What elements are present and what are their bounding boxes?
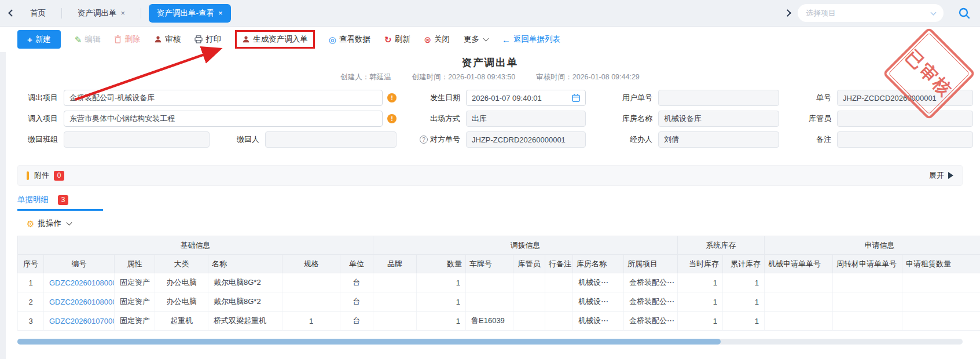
batch-ops-label: 批操作 xyxy=(38,218,61,229)
table-cell: 1 xyxy=(417,273,466,292)
search-icon[interactable] xyxy=(958,7,971,20)
generate-asset-in-button[interactable]: 生成资产调入单 xyxy=(235,30,315,49)
table-column-header: 所属项目 xyxy=(624,255,678,273)
audit-button[interactable]: 审核 xyxy=(154,34,181,45)
close-label: 关闭 xyxy=(434,34,450,45)
table-column-header: 机械申请单单号 xyxy=(765,255,833,273)
document-header: 资产调出单 创建人：韩延温 创建时间：2026-01-08 09:43:50 审… xyxy=(0,56,980,82)
table-cell xyxy=(373,292,417,312)
printer-icon xyxy=(194,35,203,43)
attachments-label: 附件 xyxy=(34,170,49,181)
warehouse-keeper-field[interactable] xyxy=(837,111,973,127)
detail-count-badge: 3 xyxy=(58,195,68,205)
close-circle-icon: ⊗ xyxy=(424,35,432,44)
info-icon: ! xyxy=(387,114,397,123)
back-to-list-button[interactable]: ← 返回单据列表 xyxy=(502,34,560,45)
table-cell: 1 xyxy=(417,292,466,312)
person-icon xyxy=(242,35,250,43)
new-button[interactable]: + 新建 xyxy=(17,30,61,49)
audit-label: 审核 xyxy=(165,34,181,45)
horizontal-scrollbar[interactable] xyxy=(17,339,963,345)
table-cell: 1 xyxy=(678,273,723,292)
table-cell xyxy=(466,292,513,312)
edit-label: 编辑 xyxy=(85,34,100,45)
back-chevron-icon[interactable] xyxy=(8,9,16,17)
table-cell xyxy=(765,273,833,292)
delete-button[interactable]: 删除 xyxy=(114,34,140,45)
batch-ops-button[interactable]: ⚙ 批操作 xyxy=(27,218,980,229)
expand-label: 展开 xyxy=(929,170,944,181)
table-row: 3GDZC202601070002固定资产起重机桥式双梁起重机1台1鲁E1603… xyxy=(18,312,980,331)
return-team-field[interactable] xyxy=(64,131,210,148)
table-cell: 金桥装配公⋯ xyxy=(624,292,678,312)
table-cell xyxy=(282,292,340,312)
detail-table: 基础信息调拨信息系统库存申请信息序号编号属性大类名称规格单位品牌数量车牌号库管员… xyxy=(17,236,980,331)
in-project-field[interactable]: 东营市奥体中心钢结构安装工程 xyxy=(64,111,383,127)
table-cell: 办公电脑 xyxy=(155,273,208,292)
handler-field[interactable]: 刘倩 xyxy=(658,131,779,148)
table-cell xyxy=(466,273,513,292)
table-cell xyxy=(513,312,545,331)
field-label: 调出项目 xyxy=(17,93,58,103)
project-select-placeholder: 选择项目 xyxy=(806,8,931,19)
edit-button[interactable]: ✎ 编辑 xyxy=(75,34,101,45)
return-person-field[interactable] xyxy=(265,131,397,148)
out-project-field[interactable]: 金桥装配公司-机械设备库 xyxy=(64,90,383,106)
refresh-icon: ↻ xyxy=(384,35,392,44)
table-cell: 台 xyxy=(340,312,373,331)
table-cell xyxy=(545,292,573,312)
table-cell: 1 xyxy=(723,312,765,331)
table-row: 2GDZC202601080002固定资产办公电脑戴尔电脑8G*2台1机械设⋯金… xyxy=(18,292,980,312)
warehouse-name-field[interactable]: 机械设备库 xyxy=(658,111,779,127)
close-button[interactable]: ⊗ 关闭 xyxy=(424,34,450,45)
table-cell xyxy=(373,312,417,331)
expand-button[interactable]: 展开 xyxy=(929,170,953,181)
close-icon[interactable]: × xyxy=(121,9,126,17)
print-button[interactable]: 打印 xyxy=(194,34,221,45)
asset-code-link[interactable]: GDZC202601070002 xyxy=(44,312,115,331)
counter-no-field[interactable]: JHZP-ZCDRD20260000001 xyxy=(466,131,586,148)
project-select[interactable]: 选择项目 xyxy=(798,4,944,22)
occur-date-field[interactable]: 2026-01-07 09:40:01 xyxy=(466,90,586,106)
field-label: 备注 xyxy=(785,134,831,145)
user-no-field[interactable] xyxy=(658,90,779,106)
table-cell xyxy=(833,273,902,292)
view-data-button[interactable]: ◎ 查看数据 xyxy=(329,34,370,45)
table-cell xyxy=(902,292,980,312)
print-label: 打印 xyxy=(205,34,221,45)
eye-icon: ◎ xyxy=(329,35,336,44)
delete-label: 删除 xyxy=(124,34,140,45)
scrollbar-thumb[interactable] xyxy=(17,339,721,345)
out-mode-field[interactable]: 出库 xyxy=(466,111,586,127)
left-edge-strip xyxy=(0,27,6,359)
asset-code-link[interactable]: GDZC202601080001 xyxy=(44,273,115,292)
created-time-meta: 创建时间：2026-01-08 09:43:50 xyxy=(412,72,516,82)
tab-label: 首页 xyxy=(30,8,46,19)
forward-chevron-icon[interactable] xyxy=(784,9,791,17)
tab-asset-out-view[interactable]: 资产调出单-查看 × xyxy=(149,4,231,23)
tab-detail[interactable]: 单据明细 3 xyxy=(17,195,103,211)
refresh-button[interactable]: ↻ 刷新 xyxy=(384,34,410,45)
table-cell xyxy=(833,292,902,312)
table-cell: 固定资产 xyxy=(115,312,155,331)
table-cell xyxy=(373,273,417,292)
table-cell xyxy=(282,273,340,292)
table-column-header: 属性 xyxy=(115,255,155,273)
close-icon[interactable]: × xyxy=(218,9,223,17)
calendar-icon[interactable] xyxy=(572,94,580,102)
chevron-down-icon xyxy=(483,36,489,42)
doc-no-field[interactable]: JHZP-ZCDCD20260000001 xyxy=(837,90,973,106)
remark-field[interactable] xyxy=(837,131,973,148)
tab-home[interactable]: 首页 xyxy=(22,4,54,23)
more-button[interactable]: 更多 xyxy=(464,34,488,45)
tab-asset-out-list[interactable]: 资产调出单 × xyxy=(69,4,133,23)
page-title: 资产调出单 xyxy=(0,56,980,69)
asset-code-link[interactable]: GDZC202601080002 xyxy=(44,292,115,312)
pencil-icon: ✎ xyxy=(75,35,82,44)
field-label: 出场方式 xyxy=(402,113,460,124)
tab-separator xyxy=(61,8,62,19)
field-label: 经办人 xyxy=(592,134,652,145)
refresh-label: 刷新 xyxy=(395,34,410,45)
field-label: 发生日期 xyxy=(402,93,460,103)
table-cell xyxy=(902,273,980,292)
